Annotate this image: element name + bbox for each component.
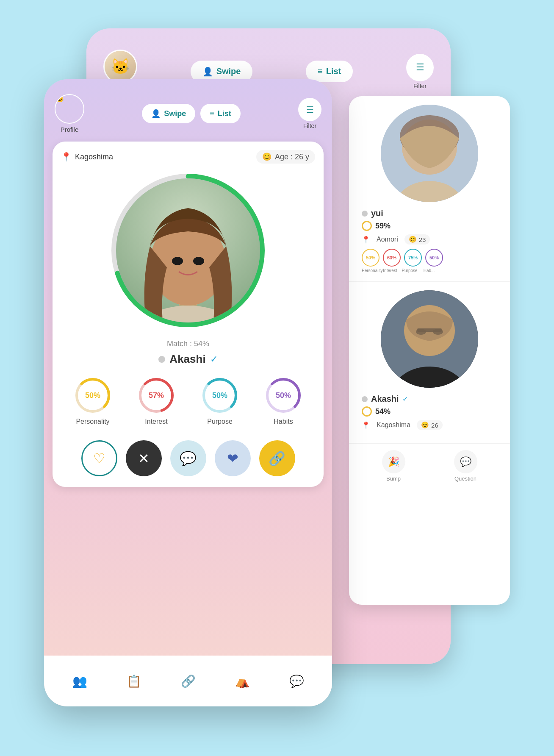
super-heart-icon: ❤ [227,450,238,467]
events-nav-icon: ⛺ [235,674,250,688]
yui-avatar [381,105,478,202]
yui-age-badge: 😊 23 [404,234,430,245]
profile-photo-container [108,170,269,331]
swipe-person-icon: 👤 [202,67,213,77]
front-list-button[interactable]: ≡ List [200,104,241,123]
front-nav-buttons: 👤 Swipe ≡ List [89,104,293,123]
svg-point-17 [172,257,183,265]
right-panel-actions: 🎉 Bump 💬 Question [349,443,510,488]
akashi-verified-icon: ✓ [402,395,408,403]
nav-list[interactable]: 📋 [127,674,141,688]
interest-circle: 57% [137,376,175,414]
purpose-compat: 50% Purpose [201,376,239,425]
yui-compat-badges: 50% 63% 75% 50% [362,249,497,267]
filter-icon: ☰ [416,62,424,73]
match-nav-icon: 🔗 [181,674,196,688]
akashi-avatar [381,290,478,388]
akashi-age-badge: 😊 26 [417,420,443,430]
cat-avatar-icon: 🐱 [105,51,136,82]
akashi-location-icon: 📍 [362,421,370,429]
yui-card[interactable]: yui 59% 📍 Aomori 😊 23 50% [349,96,510,282]
front-filter-icon: ☰ [306,105,314,115]
front-swipe-button[interactable]: 👤 Swipe [142,104,195,123]
nav-messages[interactable]: 💬 [289,674,304,688]
messages-nav-icon: 💬 [289,674,304,688]
user-verified-icon: ✓ [210,354,218,365]
main-profile-photo [116,178,260,322]
phone-front: 🐱 Profile 👤 Swipe ≡ List ☰ Filter [44,79,332,706]
location-info: 📍 Kagoshima [61,152,113,162]
scene: 🐱 Profile 👤 Swipe ≡ List ☰ Filter 👤 [44,28,510,728]
habits-compat: 50% Habits [264,376,302,425]
yui-compat-labels: Personality Interest Purpose Hab... [362,268,497,273]
front-profile-label: Profile [61,126,79,133]
message-heart-icon: 💬 [180,450,197,467]
close-icon: ✕ [138,450,150,467]
boost-button[interactable]: 🔗 [259,440,295,476]
akashi-card[interactable]: Akashi ✓ 54% 📍 Kagoshima 😊 26 [349,282,510,443]
akashi-info: Akashi ✓ 54% 📍 Kagoshima 😊 26 [357,394,501,430]
yui-habits-badge: 50% [425,249,443,267]
yui-online-dot [362,211,368,217]
front-list-icon: ≡ [210,109,214,118]
like-button[interactable]: ♡ [81,440,117,476]
heart-icon: ♡ [93,450,105,467]
akashi-percent-circle [362,406,372,417]
question-button[interactable]: 💬 Question [454,450,477,482]
bump-button[interactable]: 🎉 Bump [382,450,405,482]
action-buttons: ♡ ✕ 💬 ❤ 🔗 [61,434,315,478]
back-list-button[interactable]: ≡ List [306,61,353,82]
yui-purpose-badge: 75% [404,249,422,267]
front-cat-avatar-icon: 🐱 [55,95,83,103]
yui-info: yui 59% 📍 Aomori 😊 23 50% [357,208,501,273]
personality-circle: 50% [74,376,112,414]
back-filter-col: ☰ Filter [406,54,434,89]
location-pin-icon: 📍 [61,152,72,162]
message-button[interactable]: 💬 [170,440,206,476]
boost-icon: 🔗 [269,450,285,467]
personality-compat: 50% Personality [74,376,112,425]
user-name-row: Akashi ✓ [61,353,315,366]
age-face-icon: 😊 [262,152,271,161]
dislike-button[interactable]: ✕ [126,440,162,476]
list-nav-icon: 📋 [127,674,141,688]
akashi-age-icon: 😊 [421,421,429,429]
yui-interest-badge: 63% [383,249,401,267]
front-filter-col: ☰ Filter [298,98,321,129]
yui-percent-circle [362,221,372,231]
front-profile-avatar[interactable]: 🐱 Profile [55,94,84,133]
user-online-dot [158,356,165,363]
match-percentage: Match : 54% [61,339,315,348]
front-swipe-icon: 👤 [151,109,161,118]
compat-section: 50% Personality 57% Interest [61,376,315,425]
yui-personality-badge: 50% [362,249,379,267]
purpose-circle: 50% [201,376,239,414]
age-info: 😊 Age : 26 y [256,150,315,164]
front-filter-button[interactable]: ☰ [298,98,321,121]
nav-events[interactable]: ⛺ [235,674,250,688]
akashi-online-dot [362,396,368,402]
back-filter-button[interactable]: ☰ [406,54,434,81]
bottom-navigation: 👥 📋 🔗 ⛺ 💬 [44,656,332,706]
nav-match[interactable]: 🔗 [181,674,196,688]
interest-compat: 57% Interest [137,376,175,425]
list-icon: ≡ [318,67,323,76]
bump-icon: 🎉 [382,450,405,473]
yui-location-icon: 📍 [362,236,370,244]
front-header: 🐱 Profile 👤 Swipe ≡ List ☰ Filter [44,79,332,139]
habits-circle: 50% [264,376,302,414]
super-like-button[interactable]: ❤ [215,440,251,476]
community-nav-icon: 👥 [72,674,87,688]
nav-community[interactable]: 👥 [72,674,87,688]
age-icon: 😊 [409,236,417,243]
svg-point-18 [193,257,204,265]
right-panel: yui 59% 📍 Aomori 😊 23 50% [349,96,510,605]
main-profile-card: 📍 Kagoshima 😊 Age : 26 y [53,142,324,487]
question-icon: 💬 [454,450,477,473]
card-top-info: 📍 Kagoshima 😊 Age : 26 y [61,150,315,164]
